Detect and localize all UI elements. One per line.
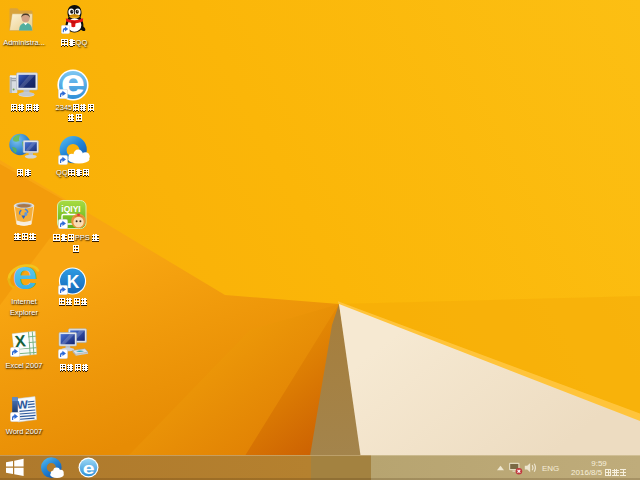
svg-text:e: e bbox=[83, 459, 95, 478]
svg-text:K: K bbox=[67, 272, 80, 292]
svg-text:e: e bbox=[12, 264, 37, 292]
svg-text:iQIYI: iQIYI bbox=[61, 204, 80, 214]
svg-text:W: W bbox=[17, 398, 29, 411]
